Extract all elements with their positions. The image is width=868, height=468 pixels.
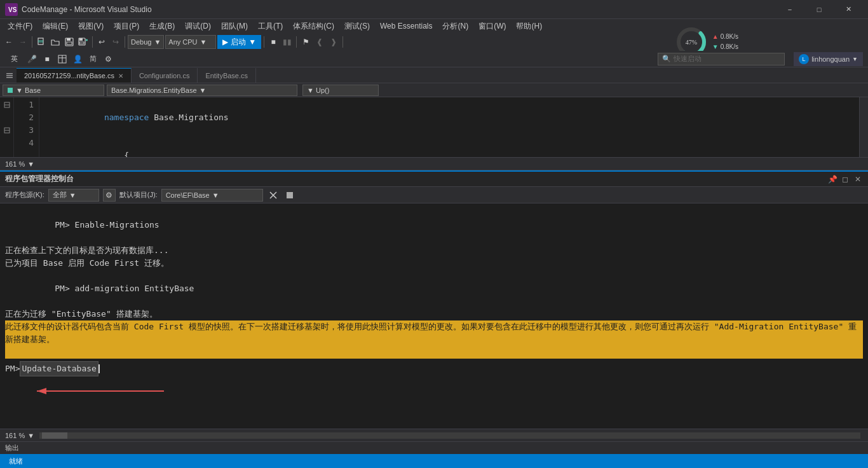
menu-team[interactable]: 团队(M) xyxy=(216,20,253,33)
prev-bookmark[interactable]: ❰ xyxy=(313,36,326,48)
run-button[interactable]: ▶ 就绪 启动 ▼ xyxy=(217,35,261,49)
console-line-2: 正在检查上下文的目标是否为现有数据库... xyxy=(5,244,863,257)
panel-pin-button[interactable]: 📌 xyxy=(827,174,837,184)
stop-debug-button[interactable]: ■ xyxy=(267,36,280,48)
menu-edit[interactable]: 编辑(E) xyxy=(37,20,73,33)
save-all-button[interactable] xyxy=(77,36,90,48)
back-button[interactable]: ← xyxy=(3,36,15,48)
panel-header: 程序包管理器控制台 📌 ◻ ✕ xyxy=(0,172,868,187)
pause-button[interactable]: ▮▮ xyxy=(281,36,294,48)
menu-build[interactable]: 生成(B) xyxy=(144,20,180,33)
ime-button[interactable]: 英 xyxy=(5,53,23,65)
panel-scrollbar-h[interactable] xyxy=(39,432,860,439)
debug-config-dropdown[interactable]: Debug ▼ xyxy=(128,35,164,49)
console-input[interactable]: Update-Database xyxy=(20,361,98,376)
code-line-2: { xyxy=(44,137,854,157)
menu-test[interactable]: 测试(S) xyxy=(339,20,375,33)
app-title: CodeManage - Microsoft Visual Studio xyxy=(22,5,775,14)
save-button[interactable] xyxy=(63,36,76,48)
console-line-5: 正在为迁移 "EntityBase" 搭建基架。 xyxy=(5,308,863,320)
namespace-dropdown[interactable]: Base.Migrations.EntityBase ▼ xyxy=(107,85,297,96)
platform-dropdown[interactable]: Any CPU ▼ xyxy=(165,35,216,49)
undo-button[interactable]: ↩ xyxy=(95,36,108,48)
code-area: 1 2 3 4 namespace Base.Migrations { usin… xyxy=(0,97,868,157)
separator-6 xyxy=(342,36,343,48)
open-button[interactable] xyxy=(49,36,62,48)
content-area: 1 2 3 4 namespace Base.Migrations { usin… xyxy=(0,97,868,454)
grid-icon[interactable]: ■ xyxy=(41,53,53,65)
tab-entity-base-migration[interactable]: 201605271259...ntityBase.cs ✕ xyxy=(17,68,132,83)
menu-project[interactable]: 项目(P) xyxy=(109,20,144,33)
panel-close-button[interactable]: ✕ xyxy=(853,174,863,184)
console-line-1: PM> Enable-Migrations xyxy=(5,206,863,244)
menu-web-essentials[interactable]: Web Essentials xyxy=(375,20,437,32)
redo-button[interactable]: ↪ xyxy=(109,36,122,48)
svg-rect-9 xyxy=(79,38,83,41)
chinese-icon[interactable]: 简 xyxy=(86,53,99,65)
menu-tools[interactable]: 工具(T) xyxy=(253,20,288,33)
forward-button[interactable]: → xyxy=(17,36,29,48)
menu-debug[interactable]: 调试(D) xyxy=(180,20,216,33)
editor-scrollbar-h[interactable] xyxy=(39,161,860,167)
default-project-dropdown[interactable]: Core\EF\Base ▼ xyxy=(161,189,263,202)
menu-view[interactable]: 视图(V) xyxy=(73,20,109,33)
panel-zoom-level: 161 % xyxy=(5,432,25,439)
user-avatar: L xyxy=(799,54,809,64)
status-bar: 就绪 xyxy=(0,454,868,468)
svg-rect-19 xyxy=(6,73,13,74)
method-dropdown[interactable]: ▼ Up() xyxy=(302,85,379,96)
nav-bar: ▼ Base Base.Migrations.EntityBase ▼ ▼ Up… xyxy=(0,83,868,97)
svg-marker-31 xyxy=(37,388,46,394)
separator-4 xyxy=(264,36,264,48)
settings-gear-button[interactable]: ⚙ xyxy=(103,189,116,202)
panel-toolbar: 程序包源(K): 全部 ▼ ⚙ 默认项目(J): Core\EF\Base ▼ xyxy=(0,187,868,203)
code-editor: 1 2 3 4 namespace Base.Migrations { usin… xyxy=(0,97,868,170)
svg-rect-7 xyxy=(67,42,72,45)
editor-scrollbar-v[interactable] xyxy=(859,97,868,157)
toolbar-row2: 英 🎤 ■ 👤 简 ⚙ 🔍 快速启动 L linhongquan ▼ xyxy=(0,51,868,67)
console-line-3: 已为项目 Base 启用 Code First 迁移。 xyxy=(5,257,863,270)
stop-console-button[interactable] xyxy=(283,189,296,202)
tab-close-0[interactable]: ✕ xyxy=(118,72,123,79)
console-output[interactable]: PM> Enable-Migrations 正在检查上下文的目标是否为现有数据库… xyxy=(0,203,868,429)
restore-button[interactable]: □ xyxy=(804,0,834,19)
menu-window[interactable]: 窗口(W) xyxy=(473,20,511,33)
code-content[interactable]: namespace Base.Migrations { using System… xyxy=(39,97,859,157)
svg-rect-22 xyxy=(8,88,13,93)
menu-analyze[interactable]: 分析(N) xyxy=(437,20,473,33)
console-line-4: PM> add-migration EntityBase xyxy=(5,270,863,308)
tab-entity-base[interactable]: EntityBase.cs xyxy=(198,68,256,83)
line-numbers: 1 2 3 4 xyxy=(14,97,39,157)
quick-launch-input[interactable]: 🔍 快速启动 xyxy=(658,53,785,65)
default-project-label: 默认项目(J): xyxy=(119,190,158,200)
minimize-button[interactable]: − xyxy=(775,0,804,19)
microphone-icon[interactable]: 🎤 xyxy=(25,53,38,65)
svg-rect-21 xyxy=(6,77,13,78)
user-profile[interactable]: L linhongquan ▼ xyxy=(794,52,863,66)
tab-configuration[interactable]: Configuration.cs xyxy=(132,68,198,83)
next-bookmark[interactable]: ❱ xyxy=(327,36,340,48)
class-dropdown[interactable]: ▼ Base xyxy=(3,85,104,96)
editor-tabs: 201605271259...ntityBase.cs ✕ Configurat… xyxy=(0,67,868,83)
settings-icon[interactable]: ⚙ xyxy=(102,53,114,65)
panel-zoom-bar: 161 % ▼ xyxy=(0,429,868,441)
output-bar: 输出 xyxy=(0,441,868,454)
close-button[interactable]: ✕ xyxy=(834,0,863,19)
side-panel-toggle[interactable] xyxy=(3,68,17,83)
panel-title: 程序包管理器控制台 xyxy=(5,174,74,184)
panel-float-button[interactable]: ◻ xyxy=(840,174,850,184)
package-manager-panel: 程序包管理器控制台 📌 ◻ ✕ 程序包源(K): 全部 ▼ ⚙ 默认项目(J):… xyxy=(0,170,868,454)
new-file-button[interactable] xyxy=(35,36,48,48)
menu-help[interactable]: 帮助(H) xyxy=(511,20,547,33)
bookmark-toggle[interactable]: ⚑ xyxy=(299,36,312,48)
user-icon[interactable]: 👤 xyxy=(71,53,84,65)
separator-2 xyxy=(92,36,93,48)
table-icon[interactable] xyxy=(56,53,69,65)
console-input-line: PM> Update-Database xyxy=(5,361,863,376)
console-line-highlighted: 此迁移文件的设计器代码包含当前 Code First 模型的快照。在下一次搭建迁… xyxy=(5,320,863,346)
menu-architecture[interactable]: 体系结构(C) xyxy=(288,20,339,33)
clear-console-button[interactable] xyxy=(267,189,280,202)
search-icon: 🔍 xyxy=(662,55,671,63)
menu-file[interactable]: 文件(F) xyxy=(3,20,37,33)
source-dropdown[interactable]: 全部 ▼ xyxy=(48,189,99,202)
